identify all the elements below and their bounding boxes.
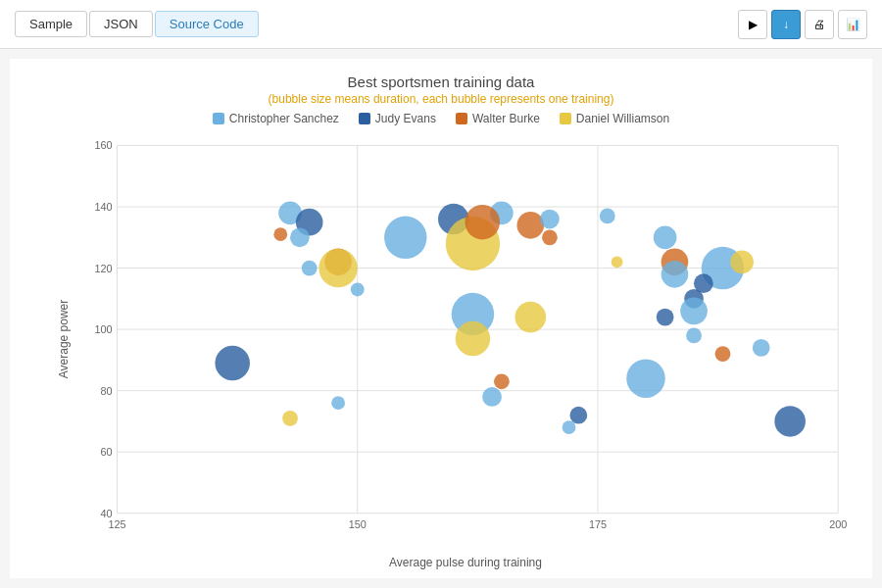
bubble-31[interactable]: [662, 261, 689, 288]
svg-text:140: 140: [94, 201, 112, 213]
legend-label-daniel: Daniel Williamson: [576, 112, 669, 125]
chart-area: Best sportsmen training data (bubble siz…: [10, 59, 872, 578]
bubble-25[interactable]: [569, 407, 587, 424]
chart-legend: Christopher SanchezJudy EvansWalter Burk…: [20, 112, 862, 125]
bubble-15[interactable]: [465, 205, 500, 240]
tab-group: Sample JSON Source Code: [15, 11, 259, 37]
svg-text:150: 150: [349, 518, 367, 530]
bubble-24[interactable]: [563, 420, 576, 434]
bubble-22[interactable]: [482, 387, 502, 407]
bubble-9[interactable]: [273, 227, 287, 241]
bubble-17[interactable]: [540, 210, 560, 229]
legend-label-judy: Judy Evans: [375, 112, 436, 125]
svg-text:200: 200: [829, 518, 847, 530]
export-button[interactable]: 📊: [838, 10, 867, 39]
bubble-8[interactable]: [331, 396, 345, 410]
bubble-26[interactable]: [600, 209, 615, 224]
legend-dot-christopher: [213, 113, 224, 124]
top-bar: Sample JSON Source Code ▶ ↓ 🖨 📊: [0, 0, 882, 49]
chart-title: Best sportsmen training data: [20, 74, 862, 90]
bubble-40[interactable]: [657, 309, 674, 326]
bubble-27[interactable]: [612, 256, 623, 268]
y-axis-label: Average power: [57, 300, 71, 379]
legend-dot-judy: [359, 113, 370, 124]
bubble-38[interactable]: [753, 339, 770, 357]
bubble-18[interactable]: [542, 229, 558, 245]
svg-text:100: 100: [94, 323, 112, 335]
svg-text:175: 175: [589, 518, 607, 530]
legend-dot-walter: [456, 113, 467, 124]
x-axis-label: Average pulse during training: [389, 556, 542, 569]
tab-json[interactable]: JSON: [89, 11, 153, 37]
bubble-37[interactable]: [715, 346, 731, 362]
play-button[interactable]: ▶: [738, 10, 767, 39]
svg-text:60: 60: [100, 446, 112, 458]
bubble-36[interactable]: [730, 250, 754, 273]
tab-sample[interactable]: Sample: [15, 11, 87, 37]
legend-label-christopher: Christopher Sanchez: [229, 112, 339, 125]
bubble-29[interactable]: [654, 225, 677, 249]
download-button[interactable]: ↓: [771, 10, 801, 39]
bubble-10[interactable]: [318, 249, 358, 288]
bubble-20[interactable]: [456, 321, 491, 357]
bubble-16[interactable]: [516, 212, 544, 239]
bubble-39[interactable]: [774, 406, 806, 437]
bubble-6[interactable]: [351, 283, 365, 297]
svg-text:120: 120: [94, 263, 112, 274]
print-button[interactable]: 🖨: [805, 10, 834, 39]
chart-wrapper: Average power Average pulse during train…: [78, 133, 853, 545]
legend-item-judy: Judy Evans: [359, 112, 436, 125]
toolbar-right: ▶ ↓ 🖨 📊: [738, 10, 867, 39]
bubble-0[interactable]: [215, 346, 250, 381]
legend-item-daniel: Daniel Williamson: [560, 112, 669, 125]
bubble-33[interactable]: [680, 298, 708, 325]
legend-item-christopher: Christopher Sanchez: [213, 112, 339, 125]
svg-text:160: 160: [94, 139, 112, 151]
bubble-21[interactable]: [494, 373, 510, 389]
chart-subtitle: (bubble size means duration, each bubble…: [20, 92, 862, 106]
tab-source-code[interactable]: Source Code: [155, 11, 259, 37]
bubble-7[interactable]: [282, 411, 298, 426]
legend-label-walter: Walter Burke: [472, 112, 540, 125]
svg-text:80: 80: [100, 385, 112, 397]
svg-text:125: 125: [108, 518, 125, 530]
bubble-41[interactable]: [686, 327, 702, 343]
bubble-28[interactable]: [626, 359, 665, 398]
bubble-23[interactable]: [514, 302, 546, 333]
bubble-3[interactable]: [290, 227, 310, 247]
bubble-35[interactable]: [694, 273, 713, 293]
bubble-11[interactable]: [384, 217, 426, 259]
legend-dot-daniel: [560, 113, 571, 124]
chart-svg: 406080100120140160125150175200: [78, 133, 853, 545]
bubble-5[interactable]: [302, 261, 318, 276]
legend-item-walter: Walter Burke: [456, 112, 540, 125]
